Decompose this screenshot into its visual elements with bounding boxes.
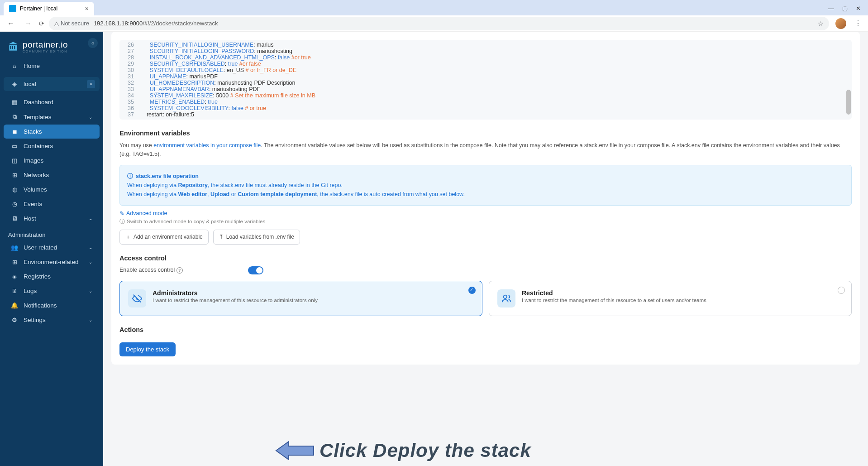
sidebar-item-events[interactable]: ◷Events xyxy=(4,197,100,211)
svg-rect-1 xyxy=(12,46,13,49)
minimize-icon[interactable]: — xyxy=(828,5,834,12)
access-control-toggle[interactable] xyxy=(248,266,263,274)
portainer-logo-icon xyxy=(7,41,19,53)
docker-icon: ◈ xyxy=(11,81,18,87)
access-control-title: Access control xyxy=(119,255,852,262)
sidebar-item-label: Events xyxy=(24,201,42,207)
sidebar-item-host[interactable]: 🖥Host⌄ xyxy=(4,211,100,226)
sidebar-item-label: Environment-related xyxy=(24,259,79,265)
main-content: 26 SECURITY_INITIALLOGIN_USERNAME: mariu… xyxy=(103,32,868,466)
reload-icon[interactable]: ⟳ xyxy=(39,20,44,27)
sidebar-environment[interactable]: ◈ local × xyxy=(4,77,100,91)
sidebar-item-templates[interactable]: ⧉Templates⌄ xyxy=(4,110,100,124)
chevron-down-icon: ⌄ xyxy=(89,245,92,250)
browser-tab-strip: Portainer | local × — ▢ ✕ xyxy=(0,0,868,15)
editor-line: 28 INSTALL_BOOK_AND_ADVANCED_HTML_OPS: f… xyxy=(119,54,852,61)
url-text: 192.168.1.18:9000/#!/2/docker/stacks/new… xyxy=(94,20,218,27)
editor-line: 27 SECURITY_INITIALLOGIN_PASSWORD: mariu… xyxy=(119,48,852,54)
chevron-down-icon: ⌄ xyxy=(89,317,92,322)
help-icon[interactable]: ? xyxy=(176,267,183,274)
users-icon xyxy=(497,289,515,307)
logo: portainer.io COMMUNITY EDITION « xyxy=(0,32,103,58)
chevron-down-icon: ⌄ xyxy=(89,259,92,264)
profile-avatar[interactable] xyxy=(835,18,846,29)
sidebar-item-label: Home xyxy=(24,62,40,69)
env-vars-title: Environment variables xyxy=(119,130,852,137)
svg-point-3 xyxy=(504,295,507,298)
advanced-mode-hint: ⓘ Switch to advanced mode to copy & past… xyxy=(119,218,852,225)
sidebar-item-label: Logs xyxy=(24,288,37,294)
bookmark-icon[interactable]: ☆ xyxy=(818,20,824,27)
nav-icon: ◫ xyxy=(11,157,18,164)
browser-tab[interactable]: Portainer | local × xyxy=(4,2,94,15)
info-icon: ⓘ xyxy=(127,172,133,181)
editor-line: 37 restart: on-failure:5 xyxy=(119,111,852,118)
editor-line: 32 UI_HOMEDESCRIPTION: mariushosting PDF… xyxy=(119,80,852,86)
chevron-down-icon: ⌄ xyxy=(89,288,92,293)
sidebar-item-networks[interactable]: ⊞Networks xyxy=(4,168,100,182)
editor-line: 26 SECURITY_INITIALLOGIN_USERNAME: mariu… xyxy=(119,42,852,48)
sidebar-admin-settings[interactable]: ⚙Settings⌄ xyxy=(4,313,100,327)
access-admin-title: Administrators xyxy=(153,289,318,297)
sidebar-item-label: Settings xyxy=(24,317,46,323)
security-indicator[interactable]: △ Not secure xyxy=(54,20,89,27)
browser-toolbar: ← → ⟳ △ Not secure 192.168.1.18:9000/#!/… xyxy=(0,15,868,32)
selected-check-icon xyxy=(468,287,476,294)
tab-close-icon[interactable]: × xyxy=(85,5,89,12)
close-env-icon[interactable]: × xyxy=(87,80,95,88)
sidebar-item-dashboard[interactable]: ▦Dashboard xyxy=(4,95,100,109)
sidebar-item-home[interactable]: ⌂ Home xyxy=(4,59,100,73)
sidebar-admin-environment-related[interactable]: ⊞Environment-related⌄ xyxy=(4,255,100,269)
advanced-mode-link[interactable]: ✎ Advanced mode xyxy=(119,210,167,217)
access-restricted-desc: I want to restrict the management of thi… xyxy=(522,298,706,303)
env-vars-doc-link[interactable]: environment variables in your compose fi… xyxy=(153,142,261,149)
nav-icon: ◈ xyxy=(11,273,18,280)
enable-access-label: Enable access control ? xyxy=(119,267,183,274)
sidebar-item-label: Networks xyxy=(24,172,49,178)
eye-off-icon xyxy=(128,289,146,307)
nav-back-icon[interactable]: ← xyxy=(5,18,17,29)
deploy-stack-button[interactable]: Deploy the stack xyxy=(119,342,176,356)
tab-favicon xyxy=(9,5,16,12)
address-bar[interactable]: △ Not secure 192.168.1.18:9000/#!/2/dock… xyxy=(49,17,829,30)
sidebar-admin-user-related[interactable]: 👥User-related⌄ xyxy=(4,240,100,255)
stack-env-info: ⓘ stack.env file operation When deployin… xyxy=(119,165,852,206)
code-editor[interactable]: 26 SECURITY_INITIALLOGIN_USERNAME: mariu… xyxy=(119,40,852,120)
add-env-var-button[interactable]: ＋ Add an environment variable xyxy=(119,230,209,245)
tab-title: Portainer | local xyxy=(20,5,57,12)
nav-forward-icon[interactable]: → xyxy=(22,18,34,29)
close-window-icon[interactable]: ✕ xyxy=(856,5,861,12)
nav-icon: ▦ xyxy=(11,99,18,106)
window-controls: — ▢ ✕ xyxy=(828,5,868,15)
sidebar-collapse-icon[interactable]: « xyxy=(88,38,98,48)
access-option-restricted[interactable]: Restricted I want to restrict the manage… xyxy=(489,281,852,316)
sidebar-item-label: Templates xyxy=(24,114,52,120)
sidebar-item-label: User-related xyxy=(24,244,57,251)
sidebar-item-images[interactable]: ◫Images xyxy=(4,154,100,168)
access-option-administrators[interactable]: Administrators I want to restrict the ma… xyxy=(119,281,482,316)
nav-icon: 🖥 xyxy=(11,215,18,222)
maximize-icon[interactable]: ▢ xyxy=(842,5,848,12)
sidebar-item-stacks[interactable]: ≣Stacks xyxy=(4,125,100,139)
nav-icon: ◍ xyxy=(11,186,18,193)
sidebar-item-label: Images xyxy=(24,157,43,164)
sidebar-item-containers[interactable]: ▭Containers xyxy=(4,139,100,153)
svg-rect-0 xyxy=(10,46,11,49)
environment-name: local xyxy=(24,81,36,87)
sidebar-admin-registries[interactable]: ◈Registries xyxy=(4,269,100,283)
editor-scrollbar[interactable] xyxy=(846,90,851,115)
overlay-annotation: Click Deploy the stack xyxy=(275,440,531,461)
editor-line: 29 SECURITY_CSRFDISABLED: true #or false xyxy=(119,61,852,67)
sidebar-admin-notifications[interactable]: 🔔Notifications xyxy=(4,298,100,312)
sidebar-item-label: Volumes xyxy=(24,186,47,193)
svg-rect-2 xyxy=(14,46,15,49)
sidebar-admin-logs[interactable]: 🗎Logs⌄ xyxy=(4,284,100,298)
home-icon: ⌂ xyxy=(11,62,18,69)
sidebar-item-volumes[interactable]: ◍Volumes xyxy=(4,183,100,197)
sidebar-admin-header: Administration xyxy=(0,226,103,240)
browser-menu-icon[interactable]: ⋮ xyxy=(853,17,863,29)
nav-icon: ⚙ xyxy=(11,317,18,323)
chevron-down-icon: ⌄ xyxy=(89,115,92,120)
load-env-file-button[interactable]: ⤒ Load variables from .env file xyxy=(213,230,300,245)
nav-icon: ⧉ xyxy=(11,113,18,120)
